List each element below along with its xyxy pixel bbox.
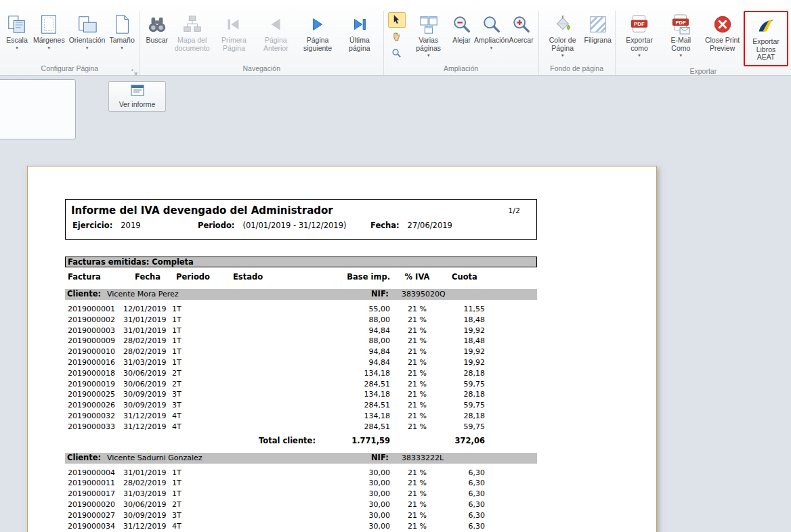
escala-button[interactable]: Escala ▾: [3, 11, 31, 64]
cell-base: 134,18: [282, 411, 390, 422]
nif-value: 38333222L: [402, 453, 444, 463]
document-page[interactable]: Informe del IVA devengado del Administra…: [27, 166, 657, 532]
export-pdf-icon: PDF: [629, 12, 649, 37]
acercar-button[interactable]: Acercar: [507, 11, 536, 64]
pointer-tool-button[interactable]: [388, 12, 406, 28]
cell-estado: [214, 368, 282, 379]
collapsed-side-panel[interactable]: [0, 79, 76, 139]
chevron-down-icon: ▾: [427, 53, 430, 58]
exportar-libros-aeat-button[interactable]: Exportar Libros AEAT: [745, 12, 787, 65]
fecha-field: Fecha:27/06/2019: [370, 221, 452, 230]
button-label: Color de Página: [544, 37, 582, 52]
cell-periodo: 3T: [172, 389, 214, 400]
tamano-button[interactable]: Tamaño ▾: [107, 11, 136, 64]
report-content: Informe del IVA devengado del Administra…: [65, 199, 537, 532]
orientacion-button[interactable]: Orientación ▾: [67, 11, 108, 64]
cell-periodo: 1T: [172, 304, 214, 315]
button-label: Página siguiente: [299, 37, 337, 52]
exportar-como-button[interactable]: PDF Exportar como ▾: [618, 11, 661, 64]
total-label: Total cliente:: [259, 435, 316, 446]
close-print-preview-button[interactable]: Close Print Preview: [701, 11, 744, 64]
varias-paginas-button[interactable]: Varias páginas ▾: [410, 11, 448, 64]
close-preview-icon: [712, 12, 733, 37]
email-como-button[interactable]: PDF E-Mail Como ▾: [660, 11, 701, 64]
cell-estado: [214, 500, 282, 510]
cell-cuota: 19,92: [444, 326, 485, 336]
color-pagina-button[interactable]: Color de Página ▾: [542, 11, 584, 64]
cell-base: 94,84: [282, 326, 390, 336]
client-name: Vicente Sadurni Gonzalez: [107, 453, 202, 463]
dialog-launcher-icon[interactable]: [131, 66, 138, 73]
cell-estado: [214, 389, 282, 400]
client-label: Cliente:: [67, 453, 101, 463]
button-label: Close Print Preview: [703, 37, 742, 52]
client-total-row: Total cliente:1.771,59372,06: [65, 435, 537, 446]
total-base: 1.771,59: [351, 435, 390, 446]
cell-cuota: 18,48: [444, 315, 485, 326]
zoom-select-tool-button[interactable]: [388, 46, 406, 62]
cell-fecha: 30/09/2019: [123, 389, 172, 400]
col-header-periodo: Periodo: [172, 271, 214, 282]
button-label: Buscar: [146, 37, 168, 45]
ultima-pagina-button[interactable]: Última página: [339, 11, 381, 64]
cell-fecha: 30/06/2019: [123, 379, 172, 390]
button-label: Exportar como: [620, 37, 659, 52]
cell-periodo: 1T: [172, 315, 214, 326]
button-label: Varias páginas: [412, 37, 446, 52]
cell-cuota: 28,18: [444, 411, 485, 422]
button-label: Última página: [341, 37, 379, 52]
pagina-siguiente-button[interactable]: Página siguiente: [297, 11, 339, 64]
hand-tool-icon: [391, 31, 402, 43]
button-label: Alejar: [452, 37, 471, 45]
margins-icon: [39, 12, 59, 37]
cell-iva: 21 %: [390, 411, 444, 422]
report-window-icon: [131, 85, 144, 99]
buscar-button[interactable]: Buscar: [143, 11, 171, 64]
cell-estado: [214, 478, 282, 489]
pointer-tool-stack: [388, 12, 406, 62]
cell-estado: [214, 489, 282, 500]
cell-fecha: 31/01/2019: [123, 468, 172, 479]
cell-cuota: 6,30: [444, 510, 485, 521]
cell-iva: 21 %: [390, 379, 444, 390]
button-label: E-Mail Como: [662, 37, 699, 52]
ribbon-group-ampliacion: Varias páginas ▾ Alejar Ampliación ▾: [384, 11, 539, 75]
cell-base: 134,18: [282, 368, 390, 379]
cell-periodo: 1T: [172, 357, 214, 368]
binoculars-icon: [147, 12, 167, 37]
ampliacion-button[interactable]: Ampliación ▾: [476, 11, 507, 64]
ver-informe-button[interactable]: Ver informe: [108, 81, 166, 112]
chevron-down-icon: ▾: [561, 53, 564, 58]
cell-iva: 21 %: [390, 400, 444, 411]
cell-factura: 2019000018: [65, 368, 123, 379]
orientation-icon: [77, 12, 98, 37]
cell-factura: 2019000009: [65, 336, 123, 347]
cell-estado: [214, 379, 282, 390]
invoice-row: 201900000431/01/20191T30,0021 %6,30: [65, 468, 537, 479]
cell-factura: 2019000004: [65, 468, 123, 479]
cell-factura: 2019000019: [65, 379, 123, 390]
client-header-bar: Cliente:Vicente Mora PerezNIF:38395020Q: [65, 289, 537, 300]
pagina-anterior-button[interactable]: Página Anterior: [255, 11, 297, 64]
ribbon-group-label: Ampliación: [387, 64, 536, 75]
invoice-row: 201900001028/02/20191T94,8421 %19,92: [65, 347, 537, 357]
cell-base: 30,00: [282, 510, 390, 521]
invoice-row: 201900003431/12/20194T30,0021 %6,30: [65, 521, 537, 532]
chevron-down-icon: ▾: [680, 53, 683, 58]
cell-estado: [214, 315, 282, 326]
chevron-down-icon: ▾: [121, 46, 123, 50]
ribbon-group-label: Exportar: [618, 66, 788, 76]
invoice-row: 201900001731/03/20191T30,0021 %6,30: [65, 489, 537, 500]
cell-base: 284,51: [282, 422, 390, 433]
cell-iva: 21 %: [390, 489, 444, 500]
cell-base: 94,84: [282, 347, 390, 357]
cell-factura: 2019000026: [65, 400, 123, 411]
mapa-documento-button[interactable]: Mapa del documento: [171, 11, 213, 64]
primera-pagina-button[interactable]: Primera Página: [213, 11, 255, 64]
hand-tool-button[interactable]: [388, 29, 406, 45]
alejar-button[interactable]: Alejar: [448, 11, 476, 64]
filigrana-button[interactable]: Filigrana: [584, 11, 612, 64]
margenes-button[interactable]: Márgenes ▾: [31, 11, 67, 64]
cell-factura: 2019000027: [65, 510, 123, 521]
cell-base: 134,18: [282, 389, 390, 400]
